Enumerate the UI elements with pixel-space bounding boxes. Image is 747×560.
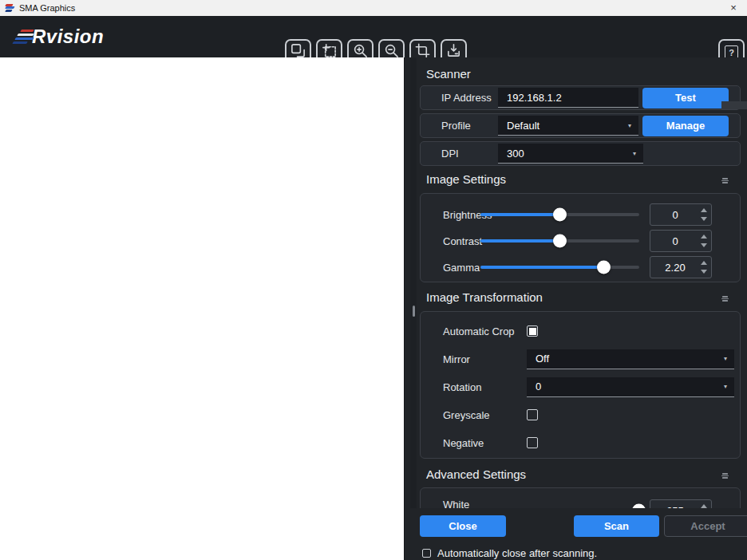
contrast-value: 0 [650, 235, 697, 247]
gamma-spinner: 2.20 [650, 256, 712, 278]
spinner-up-icon[interactable] [701, 208, 707, 212]
spinner-up-icon[interactable] [701, 235, 707, 239]
dpi-select[interactable]: 300 ▾ [498, 144, 643, 164]
spinner-up-icon[interactable] [701, 261, 707, 265]
profile-select-value: Default [507, 120, 540, 132]
gamma-label: Gamma [421, 262, 480, 274]
brightness-value: 0 [650, 209, 697, 221]
contrast-slider-fill [480, 239, 560, 243]
image-settings-section-title: Image Settings [426, 172, 506, 186]
gamma-slider[interactable] [480, 266, 639, 269]
resize-grip[interactable] [721, 101, 747, 109]
greyscale-row: Greyscale [421, 404, 740, 426]
collapse-section-icon[interactable] [721, 472, 729, 479]
footer-bar: Close Scan Accept Automatically close af… [405, 508, 747, 560]
advanced-settings-section-title: Advanced Settings [426, 467, 526, 481]
auto-close-label: Automatically close after scanning. [437, 547, 597, 559]
gamma-slider-fill [480, 266, 604, 269]
brightness-label: Brightness [421, 209, 480, 221]
dpi-select-value: 300 [507, 148, 524, 160]
image-settings-box: Brightness 0 Contrast [420, 193, 741, 282]
auto-close-checkbox[interactable] [422, 549, 431, 558]
scanner-section-title: Scanner [426, 67, 471, 81]
dpi-label: DPI [421, 148, 498, 160]
contrast-row: Contrast 0 [421, 230, 740, 252]
automatic-crop-label: Automatic Crop [421, 325, 527, 337]
app-logo-icon [5, 3, 15, 14]
contrast-label: Contrast [421, 235, 480, 247]
negative-label: Negative [421, 437, 527, 449]
scan-button[interactable]: Scan [574, 515, 659, 537]
dpi-row: DPI 300 ▾ [420, 141, 741, 166]
ip-address-row: IP Address Test [420, 85, 741, 110]
automatic-crop-row: Automatic Crop [421, 320, 740, 342]
close-button[interactable]: Close [420, 515, 506, 537]
window-title: SMA Graphics [19, 3, 75, 13]
logo-text: Rvision [32, 26, 104, 48]
gamma-slider-thumb[interactable] [597, 261, 611, 274]
caret-down-icon: ▾ [628, 122, 631, 129]
greyscale-checkbox[interactable] [527, 409, 538, 420]
app-logo: Rvision [11, 23, 104, 50]
caret-down-icon: ▾ [633, 150, 636, 157]
settings-panel: Scanner IP Address Test Profile Default … [404, 57, 747, 560]
mirror-label: Mirror [421, 353, 527, 365]
mirror-select[interactable]: Off ▾ [527, 349, 734, 369]
ip-address-label: IP Address [421, 92, 498, 104]
spinner-down-icon[interactable] [701, 270, 707, 274]
mirror-select-value: Off [536, 353, 549, 365]
brightness-slider[interactable] [480, 213, 639, 216]
mirror-row: Mirror Off ▾ [421, 348, 740, 370]
spinner-down-icon[interactable] [701, 217, 707, 221]
scan-preview-canvas[interactable] [0, 57, 404, 560]
automatic-crop-checkbox[interactable] [527, 325, 538, 337]
titlebar: SMA Graphics × [0, 0, 747, 16]
spinner-down-icon[interactable] [701, 243, 707, 247]
collapse-section-icon[interactable] [721, 177, 729, 184]
gamma-row: Gamma 2.20 [421, 256, 740, 278]
ip-address-input[interactable] [498, 88, 638, 108]
panel-scrollbar-thumb[interactable] [413, 306, 415, 317]
rotation-select-value: 0 [536, 381, 541, 392]
app-window: SMA Graphics × Rvision [0, 0, 747, 560]
auto-close-option: Automatically close after scanning. [422, 547, 597, 559]
image-transformation-box: Automatic Crop Mirror Off ▾ Rotation 0 ▾… [420, 311, 741, 459]
profile-select[interactable]: Default ▾ [498, 116, 638, 136]
profile-row: Profile Default ▾ Manage [420, 113, 741, 138]
negative-row: Negative [421, 432, 740, 454]
gamma-value: 2.20 [650, 262, 697, 274]
brightness-slider-thumb[interactable] [553, 208, 567, 222]
brightness-slider-fill [480, 213, 560, 216]
contrast-slider-thumb[interactable] [553, 235, 567, 248]
rotation-row: Rotation 0 ▾ [421, 376, 740, 398]
app-header: Rvision [0, 16, 747, 57]
caret-down-icon: ▾ [724, 355, 727, 362]
profile-label: Profile [421, 120, 498, 132]
brightness-row: Brightness 0 [421, 203, 740, 226]
caret-down-icon: ▾ [724, 383, 727, 390]
negative-checkbox[interactable] [527, 437, 538, 448]
manage-button[interactable]: Manage [642, 116, 729, 136]
rotation-label: Rotation [421, 381, 527, 393]
greyscale-label: Greyscale [421, 409, 527, 421]
contrast-spinner: 0 [650, 230, 712, 252]
rotation-select[interactable]: 0 ▾ [527, 377, 734, 397]
close-window-icon[interactable]: × [725, 0, 741, 16]
logo-stripes-icon [11, 27, 35, 46]
accept-button[interactable]: Accept [664, 515, 747, 537]
test-button[interactable]: Test [642, 88, 729, 108]
image-transformation-section-title: Image Transformation [426, 290, 543, 304]
brightness-spinner: 0 [650, 203, 712, 226]
contrast-slider[interactable] [480, 239, 639, 243]
collapse-section-icon[interactable] [721, 295, 729, 302]
